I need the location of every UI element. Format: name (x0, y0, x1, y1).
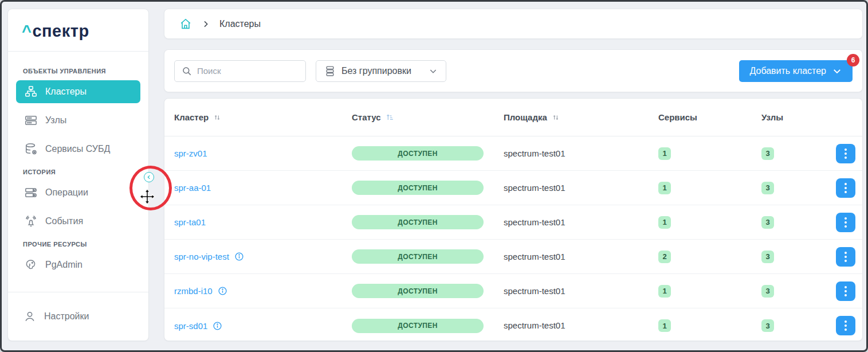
status-badge: ДОСТУПЕН (352, 319, 484, 333)
row-actions-kebab-button[interactable] (836, 281, 855, 301)
row-actions-kebab-button[interactable] (836, 178, 855, 198)
chevron-right-icon (201, 19, 210, 29)
sidebar-item-label: Узлы (45, 115, 66, 126)
chevron-down-icon (832, 66, 842, 76)
site-value: spectrum-test01 (504, 217, 565, 227)
sidebar-item-label: События (45, 216, 83, 226)
nodes-icon (24, 114, 38, 127)
table-row: spr-no-vip-test ДОСТУПЕН spectrum-test01… (164, 240, 862, 274)
cluster-link[interactable]: spr-sd01 (174, 321, 207, 331)
sidebar-item-label: Настройки (44, 311, 89, 322)
services-count-badge: 2 (658, 251, 671, 263)
column-header-cluster[interactable]: Кластер (174, 112, 352, 122)
sidebar-footer: Настройки (8, 292, 148, 341)
add-cluster-label: Добавить кластер (749, 66, 826, 76)
row-actions-kebab-button[interactable] (836, 316, 855, 335)
cluster-link[interactable]: spr-ta01 (174, 217, 206, 227)
row-actions-kebab-button[interactable] (836, 144, 855, 163)
sort-amount-icon[interactable] (386, 113, 394, 122)
grouping-value: Без группировки (341, 66, 423, 76)
home-icon[interactable] (179, 18, 192, 30)
site-value: spectrum-test01 (504, 252, 565, 261)
logo-caret: ^ (22, 22, 32, 40)
table-row: spr-aa-01 ДОСТУПЕН spectrum-test01 1 3 (164, 171, 862, 205)
cluster-link[interactable]: spr-no-vip-test (174, 252, 229, 261)
logo: ^спектр (8, 9, 148, 52)
db-services-icon (24, 142, 38, 156)
nav-section-objects: ОБЪЕКТЫ УПРАВЛЕНИЯ (23, 68, 133, 75)
cluster-icon (24, 85, 38, 99)
site-value: spectrum-test01 (504, 320, 565, 330)
sidebar-item-label: Сервисы СУБД (45, 144, 110, 154)
sidebar-item-db-services[interactable]: Сервисы СУБД (16, 138, 140, 161)
cluster-link[interactable]: rzmbd-i10 (174, 286, 213, 296)
column-header-status[interactable]: Статус (352, 112, 504, 122)
breadcrumb-current: Кластеры (219, 19, 261, 29)
status-badge: ДОСТУПЕН (352, 284, 484, 298)
sidebar-item-nodes[interactable]: Узлы (16, 109, 140, 132)
table-row: spr-ta01 ДОСТУПЕН spectrum-test01 1 3 (164, 205, 862, 240)
operations-icon (24, 186, 38, 200)
nodes-count-badge: 3 (761, 182, 774, 194)
cluster-link[interactable]: spr-aa-01 (174, 183, 211, 193)
sidebar-collapse-button[interactable] (144, 172, 154, 182)
services-count-badge: 1 (658, 147, 671, 160)
add-cluster-button[interactable]: Добавить кластер (739, 60, 853, 82)
search-input[interactable] (197, 66, 299, 76)
info-icon[interactable] (218, 286, 227, 296)
status-badge: ДОСТУПЕН (352, 215, 484, 229)
grouping-dropdown[interactable]: Без группировки (316, 60, 446, 82)
info-icon[interactable] (234, 252, 244, 261)
sidebar-item-operations[interactable]: Операции (16, 181, 140, 204)
nodes-count-badge: 3 (761, 319, 774, 332)
table-row: rzmbd-i10 ДОСТУПЕН spectrum-test01 1 3 (164, 274, 862, 308)
app-window: ^спектр ОБЪЕКТЫ УПРАВЛЕНИЯ Кластеры Узлы (0, 0, 868, 352)
status-badge: ДОСТУПЕН (352, 146, 484, 161)
pgadmin-elephant-icon (24, 258, 38, 272)
cluster-link[interactable]: spr-zv01 (174, 148, 207, 158)
site-value: spectrum-test01 (504, 183, 565, 193)
user-icon (23, 310, 37, 323)
notification-badge[interactable]: 6 (847, 54, 859, 67)
nav-section-other-resources: ПРОЧИЕ РЕСУРСЫ (23, 241, 133, 248)
sidebar-item-pgadmin[interactable]: PgAdmin (16, 253, 140, 276)
info-icon[interactable] (213, 321, 222, 331)
sidebar-item-label: PgAdmin (45, 260, 83, 270)
table-row: spr-sd01 ДОСТУПЕН spectrum-test01 1 3 (164, 308, 862, 341)
grouping-icon (324, 65, 336, 77)
clusters-table: Кластер Статус Площадка Сервисы (164, 98, 863, 341)
services-count-badge: 1 (658, 216, 671, 229)
column-header-site[interactable]: Площадка (504, 112, 658, 122)
move-cursor-icon (139, 189, 155, 205)
sidebar: ^спектр ОБЪЕКТЫ УПРАВЛЕНИЯ Кластеры Узлы (7, 9, 149, 341)
row-actions-kebab-button[interactable] (836, 247, 855, 267)
nodes-count-badge: 3 (761, 147, 774, 160)
logo-text: спектр (32, 22, 89, 40)
sidebar-nav: ОБЪЕКТЫ УПРАВЛЕНИЯ Кластеры Узлы Сервисы… (8, 52, 148, 292)
table-row: spr-zv01 ДОСТУПЕН spectrum-test01 1 3 (164, 136, 862, 171)
site-value: spectrum-test01 (504, 148, 565, 158)
column-header-nodes: Узлы (761, 112, 836, 122)
nav-section-history: ИСТОРИЯ (23, 169, 133, 175)
sort-icon[interactable] (552, 114, 560, 122)
column-header-services: Сервисы (658, 112, 761, 122)
events-bell-icon (24, 214, 38, 228)
chevron-down-icon (429, 67, 438, 76)
services-count-badge: 1 (658, 285, 671, 298)
nodes-count-badge: 3 (761, 251, 774, 263)
sidebar-item-events[interactable]: События (16, 210, 140, 233)
search-icon (182, 66, 192, 76)
status-badge: ДОСТУПЕН (352, 249, 484, 264)
toolbar: Без группировки Добавить кластер 6 (164, 49, 863, 92)
search-box (174, 60, 306, 82)
services-count-badge: 1 (658, 182, 671, 194)
breadcrumb: Кластеры (164, 9, 863, 39)
row-actions-kebab-button[interactable] (836, 213, 855, 232)
status-badge: ДОСТУПЕН (352, 181, 484, 195)
nodes-count-badge: 3 (761, 216, 774, 229)
sort-icon[interactable] (213, 114, 221, 122)
site-value: spectrum-test01 (504, 286, 565, 296)
sidebar-item-clusters[interactable]: Кластеры (16, 80, 140, 103)
sidebar-item-settings[interactable]: Настройки (23, 305, 133, 328)
table-header-row: Кластер Статус Площадка Сервисы (164, 99, 862, 136)
